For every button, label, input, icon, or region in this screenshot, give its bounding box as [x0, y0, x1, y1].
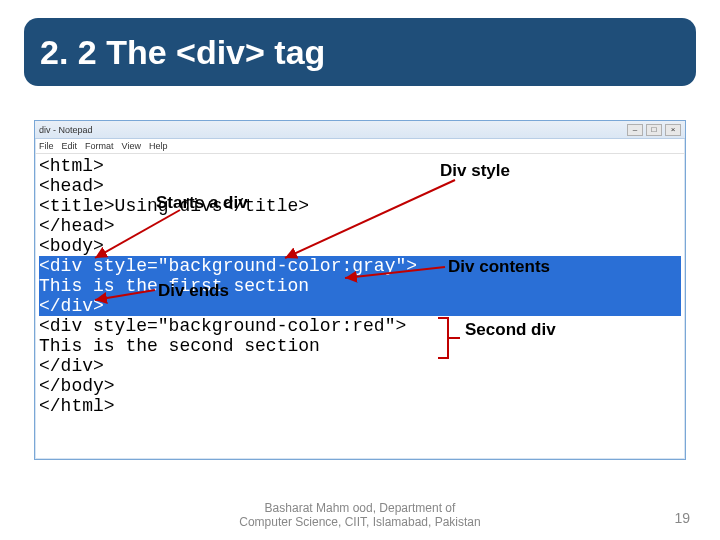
annotation-second-div: Second div — [465, 320, 556, 340]
menu-view: View — [122, 141, 141, 151]
maximize-icon: □ — [646, 124, 662, 136]
close-icon: × — [665, 124, 681, 136]
footer-credit: Basharat Mahm ood, Department of Compute… — [0, 502, 720, 530]
menu-edit: Edit — [62, 141, 78, 151]
menu-format: Format — [85, 141, 114, 151]
menu-file: File — [39, 141, 54, 151]
annotation-div-style: Div style — [440, 161, 510, 181]
minimize-icon: – — [627, 124, 643, 136]
annotation-div-ends: Div ends — [158, 281, 229, 301]
annotation-starts-a-div: Starts a div — [156, 193, 248, 213]
window-controls: – □ × — [627, 124, 681, 136]
notepad-caption: div - Notepad — [39, 125, 93, 135]
notepad-titlebar: div - Notepad – □ × — [35, 121, 685, 139]
credit-line2: Computer Science, CIIT, Islamabad, Pakis… — [0, 516, 720, 530]
annotation-div-contents: Div contents — [448, 257, 550, 277]
slide-title-bar: 2. 2 The <div> tag — [24, 18, 696, 86]
notepad-menubar: File Edit Format View Help — [35, 139, 685, 154]
page-number: 19 — [674, 510, 690, 526]
credit-line1: Basharat Mahm ood, Department of — [0, 502, 720, 516]
slide-title: 2. 2 The <div> tag — [40, 33, 325, 72]
menu-help: Help — [149, 141, 168, 151]
code-area: <html> <head> <title>Using divs</title> … — [35, 154, 685, 418]
notepad-window: div - Notepad – □ × File Edit Format Vie… — [34, 120, 686, 460]
